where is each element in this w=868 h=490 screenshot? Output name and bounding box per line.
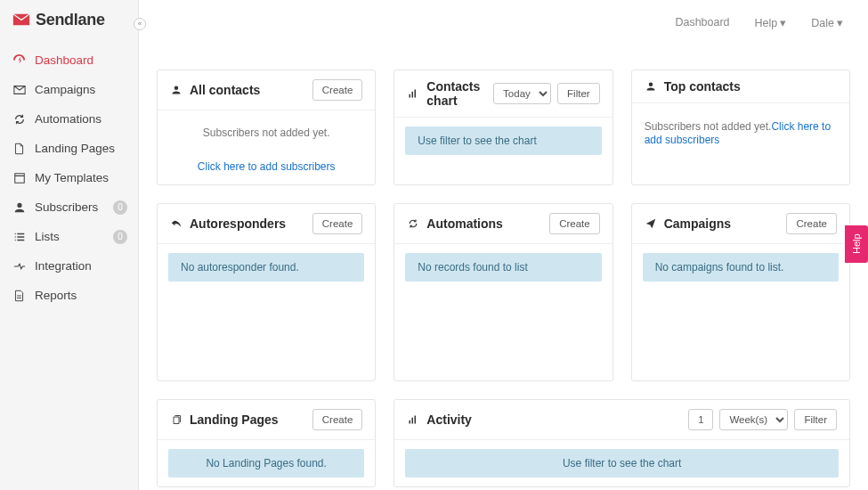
info-bar: No records found to list	[405, 253, 601, 282]
help-tab[interactable]: Help	[845, 225, 868, 263]
panel-activity: Activity Week(s) Filter Use filter to se…	[393, 399, 850, 487]
sidebar-badge: 0	[113, 200, 127, 215]
panel-body: No campaigns found to list.	[632, 244, 849, 290]
sidebar-item-label: My Templates	[35, 171, 109, 184]
sidebar-item-label: Dashboard	[35, 53, 93, 67]
sidebar-item-label: Subscribers	[35, 200, 98, 214]
create-button[interactable]: Create	[549, 213, 600, 234]
logo-icon	[12, 12, 30, 29]
envelope-icon	[12, 83, 26, 96]
user-icon	[12, 200, 26, 214]
panel-head: Autoresponders Create	[158, 204, 375, 244]
nav: Dashboard Campaigns Automations Landing …	[0, 45, 138, 310]
sidebar-item-lists[interactable]: Lists 0	[0, 222, 138, 251]
sidebar-item-my-templates[interactable]: My Templates	[0, 163, 138, 192]
sidebar-item-label: Integration	[35, 259, 92, 273]
template-icon	[12, 171, 26, 184]
panel-title: Landing Pages	[190, 412, 312, 427]
sidebar-item-subscribers[interactable]: Subscribers 0	[0, 192, 138, 222]
list-icon	[12, 230, 26, 243]
panel-head: Landing Pages Create	[158, 400, 375, 440]
panel-head: Activity Week(s) Filter	[394, 400, 849, 440]
panel-head: All contacts Create	[158, 70, 375, 110]
panel-body: No Landing Pages found.	[158, 440, 375, 486]
reply-icon	[170, 217, 183, 230]
user-menu-label: Dale	[811, 17, 834, 29]
breadcrumb[interactable]: Dashboard	[675, 16, 729, 29]
sidebar-item-dashboard[interactable]: Dashboard	[0, 45, 138, 75]
filter-button[interactable]: Filter	[794, 409, 837, 430]
panel-body: No autoresponder found.	[158, 244, 375, 290]
sidebar-item-integration[interactable]: Integration	[0, 251, 138, 281]
chevron-down-icon: ▾	[837, 17, 843, 29]
sidebar-item-landing-pages[interactable]: Landing Pages	[0, 134, 138, 163]
chart-icon	[407, 413, 419, 426]
create-button[interactable]: Create	[786, 213, 837, 234]
create-button[interactable]: Create	[312, 79, 363, 101]
chevron-down-icon: ▾	[780, 17, 786, 29]
reports-icon	[12, 289, 26, 302]
sidebar: Sendlane Dashboard Campaigns Automations…	[0, 0, 139, 490]
panel-automations: Automations Create No records found to l…	[393, 203, 612, 381]
refresh-icon	[12, 112, 26, 126]
create-button[interactable]: Create	[312, 213, 363, 234]
refresh-icon	[407, 217, 419, 230]
panel-body: Subscribers not added yet. Click here to…	[158, 110, 375, 189]
panel-all-contacts: All contacts Create Subscribers not adde…	[157, 69, 376, 185]
sidebar-item-reports[interactable]: Reports	[0, 281, 138, 310]
dashboard-grid: All contacts Create Subscribers not adde…	[157, 69, 850, 487]
empty-text: Subscribers not added yet.	[168, 127, 364, 139]
panel-title: Campaigns	[664, 216, 787, 231]
panel-body: Use filter to see the chart	[394, 440, 849, 486]
integration-icon	[12, 259, 26, 273]
copy-icon	[170, 413, 183, 426]
panel-autoresponders: Autoresponders Create No autoresponder f…	[157, 203, 376, 381]
panel-head: Contacts chart Today Filter	[394, 70, 612, 118]
panel-campaigns: Campaigns Create No campaigns found to l…	[631, 203, 850, 381]
info-bar: No Landing Pages found.	[168, 449, 364, 478]
panel-body: Subscribers not added yet.Click here to …	[632, 103, 849, 162]
help-menu-label: Help	[755, 17, 778, 29]
panel-contacts-chart: Contacts chart Today Filter Use filter t…	[393, 69, 612, 185]
chart-icon	[407, 87, 419, 100]
sidebar-item-label: Automations	[35, 112, 101, 126]
panel-top-contacts: Top contacts Subscribers not added yet.C…	[631, 69, 850, 185]
panel-title: Automations	[426, 216, 549, 231]
user-menu[interactable]: Dale▾	[811, 16, 843, 29]
unit-select[interactable]: Week(s)	[719, 409, 788, 430]
user-icon	[645, 80, 657, 93]
top-bar: Dashboard Help▾ Dale▾	[139, 0, 868, 45]
panel-body: No records found to list	[394, 244, 612, 290]
empty-text: Subscribers not added yet.	[645, 120, 772, 133]
panel-head: Campaigns Create	[632, 204, 849, 244]
logo[interactable]: Sendlane	[0, 0, 138, 45]
page-icon	[12, 142, 26, 155]
panel-title: Contacts chart	[426, 79, 493, 108]
sidebar-item-label: Reports	[35, 289, 77, 302]
panel-head: Automations Create	[394, 204, 612, 244]
panel-head: Top contacts	[632, 70, 849, 103]
quantity-input[interactable]	[688, 409, 713, 430]
sidebar-item-label: Landing Pages	[35, 142, 115, 155]
panel-landing-pages: Landing Pages Create No Landing Pages fo…	[157, 399, 376, 487]
content: All contacts Create Subscribers not adde…	[139, 53, 868, 490]
info-bar: No campaigns found to list.	[643, 253, 839, 282]
help-menu[interactable]: Help▾	[755, 16, 787, 29]
panel-title: Top contacts	[664, 79, 837, 94]
sidebar-badge: 0	[113, 230, 127, 244]
panel-title: Autoresponders	[190, 216, 312, 231]
logo-text: Sendlane	[36, 11, 105, 29]
add-subscribers-link[interactable]: Click here to add subscribers	[168, 160, 364, 173]
info-bar: Use filter to see the chart	[405, 127, 601, 155]
sidebar-item-campaigns[interactable]: Campaigns	[0, 75, 138, 104]
info-bar: Use filter to see the chart	[405, 449, 839, 478]
create-button[interactable]: Create	[312, 409, 363, 430]
sidebar-item-automations[interactable]: Automations	[0, 104, 138, 134]
send-icon	[645, 217, 657, 230]
panel-title: All contacts	[190, 83, 312, 97]
panel-title: Activity	[426, 412, 688, 427]
filter-button[interactable]: Filter	[557, 83, 600, 104]
panel-body: Use filter to see the chart	[394, 118, 612, 164]
info-bar: No autoresponder found.	[168, 253, 364, 282]
range-select[interactable]: Today	[493, 83, 551, 104]
